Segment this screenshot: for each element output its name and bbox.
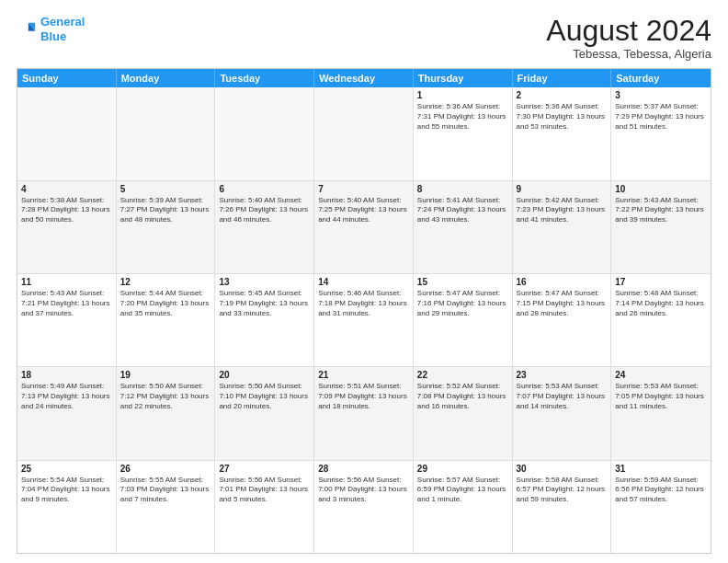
cell-info: Sunrise: 5:50 AM Sunset: 7:12 PM Dayligh…: [120, 382, 211, 411]
cell-info: Sunrise: 5:45 AM Sunset: 7:19 PM Dayligh…: [219, 289, 310, 318]
calendar-cell: 22Sunrise: 5:52 AM Sunset: 7:08 PM Dayli…: [414, 367, 513, 459]
calendar-cell: 28Sunrise: 5:56 AM Sunset: 7:00 PM Dayli…: [314, 461, 414, 553]
weekday-header: Friday: [513, 69, 612, 87]
cell-info: Sunrise: 5:40 AM Sunset: 7:25 PM Dayligh…: [318, 196, 409, 225]
cell-date: 14: [318, 277, 409, 287]
cell-date: 20: [219, 370, 310, 380]
cell-date: 7: [318, 184, 409, 194]
empty-cell: [314, 87, 414, 179]
cell-date: 19: [120, 370, 211, 380]
cell-date: 12: [120, 277, 211, 287]
cell-info: Sunrise: 5:44 AM Sunset: 7:20 PM Dayligh…: [120, 289, 211, 318]
calendar-cell: 19Sunrise: 5:50 AM Sunset: 7:12 PM Dayli…: [117, 367, 216, 459]
calendar-cell: 14Sunrise: 5:46 AM Sunset: 7:18 PM Dayli…: [314, 274, 414, 366]
calendar-cell: 17Sunrise: 5:48 AM Sunset: 7:14 PM Dayli…: [611, 274, 711, 366]
cell-info: Sunrise: 5:42 AM Sunset: 7:23 PM Dayligh…: [517, 196, 608, 225]
cell-date: 4: [21, 184, 112, 194]
calendar-cell: 20Sunrise: 5:50 AM Sunset: 7:10 PM Dayli…: [215, 367, 314, 459]
cell-info: Sunrise: 5:39 AM Sunset: 7:27 PM Dayligh…: [120, 196, 211, 225]
cell-info: Sunrise: 5:41 AM Sunset: 7:24 PM Dayligh…: [417, 196, 508, 225]
cell-date: 28: [318, 464, 409, 474]
calendar-cell: 4Sunrise: 5:38 AM Sunset: 7:28 PM Daylig…: [17, 181, 117, 273]
cell-info: Sunrise: 5:59 AM Sunset: 6:56 PM Dayligh…: [615, 476, 707, 505]
calendar-cell: 2Sunrise: 5:36 AM Sunset: 7:30 PM Daylig…: [513, 87, 612, 179]
weekday-header: Tuesday: [215, 69, 314, 87]
cell-info: Sunrise: 5:36 AM Sunset: 7:30 PM Dayligh…: [517, 102, 608, 132]
cell-info: Sunrise: 5:52 AM Sunset: 7:08 PM Dayligh…: [417, 382, 508, 411]
cell-date: 22: [417, 370, 508, 380]
cell-info: Sunrise: 5:56 AM Sunset: 7:00 PM Dayligh…: [318, 476, 409, 505]
cell-date: 13: [219, 277, 310, 287]
cell-info: Sunrise: 5:38 AM Sunset: 7:28 PM Dayligh…: [21, 196, 112, 225]
cell-date: 18: [21, 370, 112, 380]
cell-info: Sunrise: 5:50 AM Sunset: 7:10 PM Dayligh…: [219, 382, 310, 411]
weekday-header: Monday: [117, 69, 216, 87]
calendar-row: 25Sunrise: 5:54 AM Sunset: 7:04 PM Dayli…: [17, 460, 711, 553]
cell-info: Sunrise: 5:53 AM Sunset: 7:07 PM Dayligh…: [517, 382, 608, 411]
calendar-cell: 27Sunrise: 5:56 AM Sunset: 7:01 PM Dayli…: [215, 461, 314, 553]
cell-info: Sunrise: 5:53 AM Sunset: 7:05 PM Dayligh…: [615, 382, 707, 411]
logo-line1: General: [40, 15, 85, 29]
cell-date: 11: [21, 277, 112, 287]
cell-info: Sunrise: 5:54 AM Sunset: 7:04 PM Dayligh…: [21, 476, 112, 505]
cell-date: 8: [417, 184, 508, 194]
calendar-cell: 11Sunrise: 5:43 AM Sunset: 7:21 PM Dayli…: [17, 274, 117, 366]
cell-info: Sunrise: 5:43 AM Sunset: 7:21 PM Dayligh…: [21, 289, 112, 318]
month-title: August 2024: [546, 15, 711, 47]
cell-info: Sunrise: 5:47 AM Sunset: 7:15 PM Dayligh…: [517, 289, 608, 318]
cell-info: Sunrise: 5:46 AM Sunset: 7:18 PM Dayligh…: [318, 289, 409, 318]
page: General Blue August 2024 Tebessa, Tebess…: [0, 0, 728, 563]
cell-date: 3: [615, 90, 707, 100]
calendar-row: 18Sunrise: 5:49 AM Sunset: 7:13 PM Dayli…: [17, 366, 711, 459]
cell-date: 15: [417, 277, 508, 287]
calendar-row: 11Sunrise: 5:43 AM Sunset: 7:21 PM Dayli…: [17, 273, 711, 366]
cell-info: Sunrise: 5:36 AM Sunset: 7:31 PM Dayligh…: [417, 102, 508, 132]
cell-date: 27: [219, 464, 310, 474]
logo: General Blue: [17, 15, 85, 43]
cell-info: Sunrise: 5:56 AM Sunset: 7:01 PM Dayligh…: [219, 476, 310, 505]
cell-date: 31: [615, 464, 707, 474]
weekday-header: Thursday: [414, 69, 513, 87]
logo-line2: Blue: [40, 29, 66, 43]
calendar-cell: 24Sunrise: 5:53 AM Sunset: 7:05 PM Dayli…: [611, 367, 711, 459]
calendar-cell: 18Sunrise: 5:49 AM Sunset: 7:13 PM Dayli…: [17, 367, 117, 459]
calendar-cell: 3Sunrise: 5:37 AM Sunset: 7:29 PM Daylig…: [611, 87, 711, 179]
calendar-cell: 30Sunrise: 5:58 AM Sunset: 6:57 PM Dayli…: [513, 461, 612, 553]
calendar-cell: 13Sunrise: 5:45 AM Sunset: 7:19 PM Dayli…: [215, 274, 314, 366]
logo-icon: [17, 19, 37, 40]
cell-date: 9: [517, 184, 608, 194]
calendar-header: SundayMondayTuesdayWednesdayThursdayFrid…: [17, 69, 711, 87]
calendar-cell: 7Sunrise: 5:40 AM Sunset: 7:25 PM Daylig…: [314, 181, 414, 273]
calendar-cell: 31Sunrise: 5:59 AM Sunset: 6:56 PM Dayli…: [611, 461, 711, 553]
cell-info: Sunrise: 5:48 AM Sunset: 7:14 PM Dayligh…: [615, 289, 707, 318]
cell-date: 30: [517, 464, 608, 474]
empty-cell: [17, 87, 117, 179]
empty-cell: [215, 87, 314, 179]
cell-date: 25: [21, 464, 112, 474]
cell-info: Sunrise: 5:58 AM Sunset: 6:57 PM Dayligh…: [517, 476, 608, 505]
cell-date: 1: [417, 90, 508, 100]
logo-text: General Blue: [40, 15, 85, 43]
cell-info: Sunrise: 5:57 AM Sunset: 6:59 PM Dayligh…: [417, 476, 508, 505]
cell-date: 10: [615, 184, 707, 194]
calendar-cell: 15Sunrise: 5:47 AM Sunset: 7:16 PM Dayli…: [414, 274, 513, 366]
title-block: August 2024 Tebessa, Tebessa, Algeria: [546, 15, 711, 61]
weekday-header: Wednesday: [314, 69, 414, 87]
cell-date: 21: [318, 370, 409, 380]
cell-info: Sunrise: 5:47 AM Sunset: 7:16 PM Dayligh…: [417, 289, 508, 318]
calendar-row: 1Sunrise: 5:36 AM Sunset: 7:31 PM Daylig…: [17, 87, 711, 179]
location-title: Tebessa, Tebessa, Algeria: [546, 47, 711, 61]
calendar-cell: 26Sunrise: 5:55 AM Sunset: 7:03 PM Dayli…: [117, 461, 216, 553]
cell-date: 17: [615, 277, 707, 287]
header: General Blue August 2024 Tebessa, Tebess…: [17, 15, 711, 61]
empty-cell: [117, 87, 216, 179]
calendar: SundayMondayTuesdayWednesdayThursdayFrid…: [17, 68, 711, 554]
calendar-cell: 5Sunrise: 5:39 AM Sunset: 7:27 PM Daylig…: [117, 181, 216, 273]
cell-info: Sunrise: 5:55 AM Sunset: 7:03 PM Dayligh…: [120, 476, 211, 505]
cell-date: 24: [615, 370, 707, 380]
calendar-cell: 21Sunrise: 5:51 AM Sunset: 7:09 PM Dayli…: [314, 367, 414, 459]
calendar-cell: 9Sunrise: 5:42 AM Sunset: 7:23 PM Daylig…: [513, 181, 612, 273]
cell-info: Sunrise: 5:43 AM Sunset: 7:22 PM Dayligh…: [615, 196, 707, 225]
cell-date: 16: [517, 277, 608, 287]
calendar-cell: 10Sunrise: 5:43 AM Sunset: 7:22 PM Dayli…: [611, 181, 711, 273]
